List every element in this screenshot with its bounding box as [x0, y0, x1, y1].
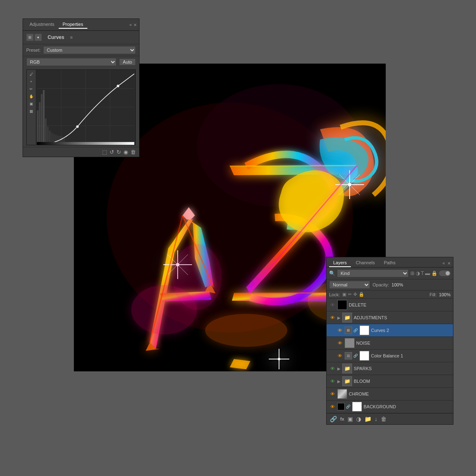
- preset-select[interactable]: Custom: [43, 46, 136, 54]
- visibility-icon[interactable]: ↻: [117, 149, 121, 155]
- reset-icon[interactable]: ↺: [110, 149, 114, 155]
- delete-icon[interactable]: 🗑: [130, 149, 136, 155]
- eye-icon[interactable]: 👁: [329, 314, 336, 321]
- svg-point-11: [348, 183, 351, 186]
- auto-button[interactable]: Auto: [119, 58, 136, 66]
- eye-icon[interactable]: 👁: [336, 340, 343, 346]
- channel-select[interactable]: RGB: [26, 58, 117, 66]
- svg-point-50: [76, 126, 79, 128]
- layer-name-background: BACKGROUND: [364, 404, 451, 409]
- svg-point-51: [117, 85, 119, 87]
- hand-tool-icon[interactable]: ✋: [28, 94, 34, 99]
- adjustments-panel: Adjustments Properties « × ⊞ ● Curves ≡ …: [23, 18, 140, 157]
- eye-icon[interactable]: 👁: [329, 391, 336, 397]
- layer-row-sparks[interactable]: 👁 ▶ 📁 SPARKS: [327, 362, 453, 375]
- filter-pixel-icon[interactable]: ⊞: [410, 270, 414, 276]
- tab-channels[interactable]: Channels: [352, 259, 379, 267]
- fill-label: Fill:: [430, 292, 437, 297]
- tab-properties[interactable]: Properties: [59, 21, 87, 29]
- filter-adjust-icon[interactable]: ◑: [416, 270, 420, 276]
- channel-row: RGB Auto: [23, 56, 139, 68]
- svg-rect-38: [41, 94, 43, 145]
- expand-icon[interactable]: ▶: [337, 379, 341, 384]
- preset-label: Preset:: [26, 48, 41, 53]
- mask-icon[interactable]: ▣: [348, 416, 353, 422]
- expand-icon[interactable]: ▶: [337, 316, 341, 320]
- layer-name-adjustments: ADJUSTMENTS: [354, 315, 451, 320]
- pencil-tool-icon[interactable]: ✏: [28, 86, 34, 92]
- adj-icon-grid[interactable]: ⊞: [26, 34, 34, 41]
- lock-paint-icon[interactable]: ✏: [348, 292, 352, 297]
- layer-icon[interactable]: ⬚: [102, 149, 107, 155]
- eye-icon[interactable]: 👁: [329, 403, 336, 410]
- lock-transparency-icon[interactable]: ▣: [342, 292, 346, 297]
- tab-adjustments[interactable]: Adjustments: [25, 21, 59, 29]
- layers-bottom-bar: 🔗 fx ▣ ◑ 📁 ↓ 🗑: [327, 413, 453, 424]
- layer-folder-thumb-bloom: 📁: [342, 376, 352, 386]
- chain-icon-balance[interactable]: 🔗: [353, 353, 358, 358]
- filter-select[interactable]: Kind: [337, 269, 409, 277]
- tab-paths[interactable]: Paths: [380, 259, 400, 267]
- new-layer-icon[interactable]: ↓: [375, 416, 378, 422]
- histogram-icon[interactable]: ▦: [28, 108, 34, 114]
- view-icon[interactable]: ◉: [124, 149, 128, 155]
- lock-all-icon[interactable]: 🔒: [359, 292, 364, 297]
- eye-icon[interactable]: 👁: [329, 302, 336, 308]
- delete-layer-icon[interactable]: 🗑: [381, 416, 387, 422]
- lock-label: Lock:: [329, 292, 340, 297]
- chain-icon-bg[interactable]: 🔗: [346, 404, 350, 409]
- svg-point-28: [205, 314, 287, 347]
- filter-shape-icon[interactable]: ▬: [425, 270, 430, 276]
- adj-icon-balance: ⚖: [345, 352, 352, 359]
- layer-row-adjustments[interactable]: 👁 ▶ 📁 ADJUSTMENTS: [327, 311, 453, 324]
- layers-collapse-icon[interactable]: «: [442, 261, 445, 265]
- filter-type-icon[interactable]: T: [421, 270, 424, 276]
- layer-thumb-bg-left: [337, 403, 345, 410]
- eye-icon[interactable]: 👁: [336, 352, 343, 359]
- lock-position-icon[interactable]: ✜: [353, 292, 357, 297]
- layer-row-chrome[interactable]: 👁 CHROME: [327, 388, 453, 400]
- adjustment-icon[interactable]: ◑: [356, 416, 361, 422]
- opacity-value[interactable]: 100%: [391, 282, 403, 287]
- layers-close-icon[interactable]: ×: [447, 260, 451, 266]
- layer-row-delete[interactable]: 👁 DELETE: [327, 299, 453, 311]
- black-eyedropper-icon[interactable]: ▣: [28, 101, 34, 107]
- layer-row-noise[interactable]: 👁 NOISE: [327, 337, 453, 350]
- chain-icon[interactable]: 🔗: [353, 328, 358, 333]
- curves-graph-area[interactable]: 🖊 + ✏ ✋ ▣ ▦: [26, 69, 136, 145]
- layer-row-curves2[interactable]: 👁 ⊞ 🔗 Curves 2: [327, 324, 453, 337]
- fill-value[interactable]: 100%: [439, 292, 451, 297]
- svg-rect-52: [37, 142, 134, 145]
- adj-icon: ⊞: [345, 327, 352, 334]
- layers-tabs: Layers Channels Paths « ×: [327, 257, 453, 268]
- blend-row: Normal Opacity: 100%: [327, 279, 453, 291]
- eye-icon[interactable]: 👁: [336, 327, 343, 334]
- blend-select[interactable]: Normal: [329, 281, 370, 289]
- expand-icon[interactable]: ▶: [337, 366, 341, 371]
- adj-icon-circle[interactable]: ●: [34, 34, 42, 41]
- layer-thumb-bg-right: [352, 402, 362, 412]
- opacity-label: Opacity:: [373, 282, 389, 287]
- group-icon[interactable]: 📁: [364, 416, 371, 422]
- layer-row-bloom[interactable]: 👁 ▶ 📁 BLOOM: [327, 375, 453, 388]
- fx-icon[interactable]: fx: [340, 416, 344, 421]
- layer-row-background[interactable]: 👁 🔗 BACKGROUND: [327, 400, 453, 413]
- layer-name-colorbalance: Color Balance 1: [371, 353, 451, 358]
- point-tool-icon[interactable]: +: [28, 79, 34, 85]
- filter-smart-icon[interactable]: 🔒: [431, 270, 437, 276]
- tab-layers[interactable]: Layers: [329, 259, 351, 267]
- layer-name-delete: DELETE: [349, 302, 451, 307]
- svg-rect-40: [45, 119, 47, 145]
- menu-icon[interactable]: ≡: [70, 35, 73, 40]
- filter-toggle[interactable]: [439, 270, 451, 276]
- layer-row-colorbalance[interactable]: 👁 ⚖ 🔗 Color Balance 1: [327, 350, 453, 362]
- curves-header: ⊞ ● Curves ≡: [23, 31, 139, 44]
- close-icon[interactable]: ×: [133, 22, 137, 28]
- eyedropper-icon[interactable]: 🖊: [28, 71, 34, 77]
- svg-rect-37: [39, 102, 41, 145]
- collapse-icon[interactable]: «: [129, 22, 132, 27]
- eye-icon[interactable]: 👁: [329, 365, 336, 372]
- layer-name-sparks: SPARKS: [354, 366, 451, 371]
- eye-icon[interactable]: 👁: [329, 378, 336, 384]
- link-icon[interactable]: 🔗: [330, 416, 337, 422]
